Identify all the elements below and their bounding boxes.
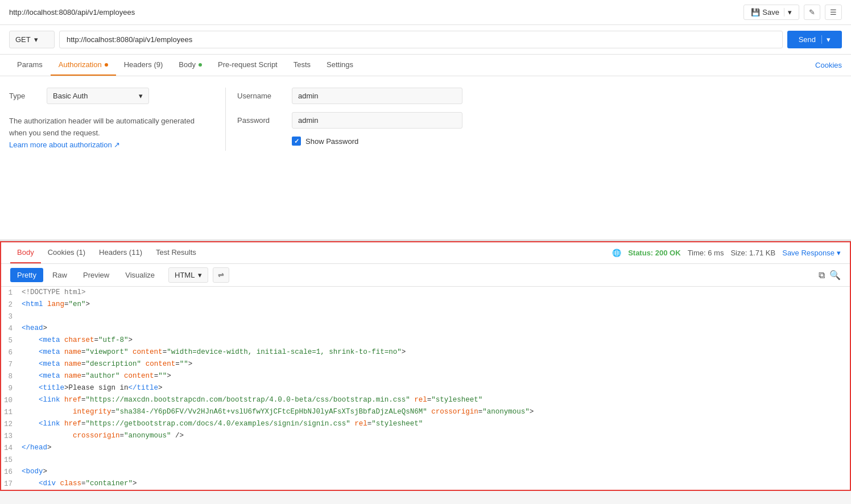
line-content: <html lang="en"> <box>22 299 850 310</box>
top-bar: http://localhost:8080/api/v1/employees 💾… <box>0 0 851 25</box>
view-tab-preview-label: Preview <box>83 271 109 279</box>
learn-more-link[interactable]: Learn more about authorization ↗ <box>9 141 120 149</box>
authorization-dot <box>105 63 108 67</box>
line-content: crossorigin="anonymous" /> <box>22 430 850 441</box>
view-tab-preview[interactable]: Preview <box>76 268 116 282</box>
view-tab-pretty-label: Pretty <box>17 271 36 279</box>
auth-left: Type Basic Auth ▾ The authorization head… <box>9 88 225 151</box>
response-tab-body[interactable]: Body <box>10 242 41 263</box>
code-line: 12 <link href="https://getbootstrap.com/… <box>1 418 850 430</box>
view-tab-raw[interactable]: Raw <box>46 268 74 282</box>
line-content <box>22 454 850 465</box>
save-response-label: Save Response <box>782 249 835 257</box>
tab-prerequest[interactable]: Pre-request Script <box>210 55 286 76</box>
globe-icon: 🌐 <box>612 249 621 257</box>
username-row: Username <box>237 88 842 104</box>
tab-body[interactable]: Body <box>171 55 210 76</box>
save-button[interactable]: 💾 Save ▾ <box>743 5 799 20</box>
line-content: integrity="sha384-/Y6pD6FV/Vv2HJnA6t+vsl… <box>22 406 850 418</box>
view-tab-raw-label: Raw <box>52 271 67 279</box>
send-button[interactable]: Send ▾ <box>787 31 842 48</box>
save-response-arrow: ▾ <box>837 249 841 257</box>
response-tab-cookies[interactable]: Cookies (1) <box>41 242 92 263</box>
tab-settings-label: Settings <box>327 60 353 69</box>
code-line: 5 <meta charset="utf-8"> <box>1 334 850 346</box>
password-label: Password <box>237 116 283 125</box>
response-tab-testresults[interactable]: Test Results <box>149 242 203 263</box>
code-line: 8 <meta name="author" content=""> <box>1 370 850 382</box>
tab-settings[interactable]: Settings <box>319 55 361 76</box>
code-line: 10 <link href="https://maxcdn.bootstrapc… <box>1 394 850 406</box>
cookies-link[interactable]: Cookies <box>815 55 842 75</box>
line-number: 9 <box>1 382 22 394</box>
show-password-checkbox[interactable] <box>292 137 301 146</box>
response-tab-testresults-label: Test Results <box>156 248 196 257</box>
view-tab-pretty[interactable]: Pretty <box>10 268 43 282</box>
save-response-button[interactable]: Save Response ▾ <box>782 249 841 257</box>
send-dropdown-arrow[interactable]: ▾ <box>821 35 831 44</box>
top-bar-url: http://localhost:8080/api/v1/employees <box>9 8 135 16</box>
line-content: <meta name="author" content=""> <box>22 370 850 382</box>
line-number: 7 <box>1 358 22 370</box>
type-select[interactable]: Basic Auth ▾ <box>47 88 149 104</box>
line-number: 1 <box>1 287 22 299</box>
save-icon: 💾 <box>751 8 760 16</box>
method-select[interactable]: GET ▾ <box>9 31 55 48</box>
line-content: <!DOCTYPE html> <box>22 287 850 298</box>
response-tab-headers[interactable]: Headers (11) <box>92 242 149 263</box>
line-number: 15 <box>1 454 22 466</box>
auth-description-text: The authorization header will be automat… <box>9 117 195 137</box>
line-number: 14 <box>1 442 22 454</box>
format-dropdown-arrow: ▾ <box>198 271 202 279</box>
wrap-button[interactable]: ⇌ <box>213 267 229 283</box>
auth-description: The authorization header will be automat… <box>9 115 214 151</box>
response-meta: 🌐 Status: 200 OK Time: 6 ms Size: 1.71 K… <box>612 249 841 257</box>
auth-layout: Type Basic Auth ▾ The authorization head… <box>9 88 842 151</box>
top-bar-actions: 💾 Save ▾ ✎ ☰ <box>743 5 842 20</box>
search-button[interactable]: 🔍 <box>829 270 841 280</box>
tab-params-label: Params <box>17 60 43 69</box>
tab-tests[interactable]: Tests <box>286 55 319 76</box>
line-content: <body> <box>22 466 850 477</box>
edit-icon: ✎ <box>809 8 815 16</box>
code-line: 2<html lang="en"> <box>1 299 850 311</box>
password-input[interactable] <box>292 112 462 129</box>
line-content: <meta charset="utf-8"> <box>22 334 850 346</box>
list-button[interactable]: ☰ <box>825 5 842 20</box>
line-content <box>22 311 850 322</box>
tab-headers[interactable]: Headers (9) <box>116 55 171 76</box>
code-line: 4<head> <box>1 323 850 334</box>
url-bar: GET ▾ Send ▾ <box>0 25 851 55</box>
view-tabs-bar: Pretty Raw Preview Visualize HTML ▾ ⇌ ⧉ … <box>1 264 850 287</box>
response-time: Time: 6 ms <box>688 249 724 257</box>
show-password-label: Show Password <box>305 137 358 146</box>
copy-button[interactable]: ⧉ <box>819 270 825 280</box>
code-area: 1<!DOCTYPE html>2<html lang="en">3 4<hea… <box>1 287 850 490</box>
line-number: 13 <box>1 430 22 442</box>
format-select[interactable]: HTML ▾ <box>168 267 208 283</box>
save-dropdown-arrow[interactable]: ▾ <box>784 8 792 16</box>
code-line: 14</head> <box>1 442 850 454</box>
response-panel: Body Cookies (1) Headers (11) Test Resul… <box>0 241 851 491</box>
view-actions: ⧉ 🔍 <box>819 270 841 280</box>
tab-authorization-label: Authorization <box>59 60 102 69</box>
username-input[interactable] <box>292 88 462 104</box>
line-number: 10 <box>1 394 22 406</box>
view-tab-visualize[interactable]: Visualize <box>118 268 162 282</box>
username-label: Username <box>237 92 283 100</box>
list-icon: ☰ <box>830 8 837 16</box>
code-line: 15 <box>1 454 850 466</box>
password-row: Password <box>237 112 842 129</box>
response-size: Size: 1.71 KB <box>730 249 775 257</box>
tab-params[interactable]: Params <box>9 55 51 76</box>
response-tab-body-label: Body <box>17 248 34 257</box>
method-label: GET <box>15 35 31 44</box>
code-line: 3 <box>1 311 850 323</box>
code-line: 6 <meta name="viewport" content="width=d… <box>1 346 850 358</box>
type-value: Basic Auth <box>53 92 88 100</box>
edit-button[interactable]: ✎ <box>804 5 820 20</box>
tab-authorization[interactable]: Authorization <box>51 55 116 76</box>
format-label: HTML <box>175 271 195 279</box>
line-content: <meta name="description" content=""> <box>22 358 850 370</box>
url-input[interactable] <box>59 31 783 48</box>
